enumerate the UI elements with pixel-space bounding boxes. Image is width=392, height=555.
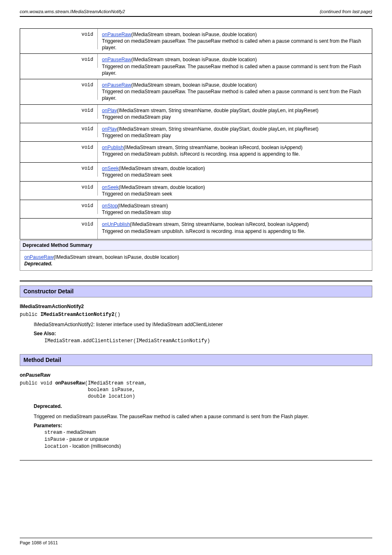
constructor-block: IMediaStreamActionNotify2 public IMediaS… — [20, 303, 372, 344]
method-sig: (IMediaStream stream, boolean isPause, d… — [131, 57, 257, 62]
return-type-cell: void — [20, 104, 98, 123]
method-link[interactable]: onStop — [102, 203, 118, 209]
deprecated-summary-title: Deprecated Method Summary — [23, 242, 92, 248]
method-desc: Triggered on mediaStream seek — [102, 172, 172, 178]
method-link[interactable]: onPauseRaw — [102, 32, 131, 37]
method-cell: onPauseRaw(IMediaStream stream, boolean … — [98, 28, 372, 54]
method-desc: Triggered on mediaStream unpublish. isRe… — [102, 228, 305, 234]
method-link[interactable]: onPublish — [102, 145, 124, 150]
method-desc: Triggered on mediaStream play — [102, 114, 171, 120]
method-desc: Triggered on mediaStream seek — [102, 191, 172, 197]
method-link[interactable]: onSeek — [102, 166, 119, 171]
return-type-cell: void — [20, 54, 98, 79]
method-desc: Triggered on mediaStream stop — [102, 210, 171, 215]
method-cell: onPlay(IMediaStream stream, String strea… — [98, 123, 372, 141]
return-type-cell: void — [20, 219, 98, 240]
method-divider — [20, 460, 372, 461]
method-name: onPauseRaw — [20, 372, 372, 378]
parameter-desc: - location (milliseconds) — [68, 443, 121, 449]
method-summary-table: voidonPauseRaw(IMediaStream stream, bool… — [20, 28, 372, 240]
parameter-item: location - location (milliseconds) — [44, 443, 372, 450]
return-type-cell: void — [20, 142, 98, 163]
return-type-cell: void — [20, 181, 98, 200]
parameter-item: stream - mediaStream — [44, 429, 372, 436]
method-cell: onStop(IMediaStream stream)Triggered on … — [98, 200, 372, 219]
method-cell: onUnPublish(IMediaStream stream, String … — [98, 219, 372, 240]
method-sig: (IMediaStream stream, String streamName,… — [117, 108, 318, 113]
see-also-label: See Also: — [34, 330, 372, 337]
table-row: voidonPauseRaw(IMediaStream stream, bool… — [20, 79, 372, 104]
method-sig: (IMediaStream stream) — [118, 203, 168, 209]
method-link[interactable]: onPauseRaw — [102, 82, 131, 88]
footer-page-number: Page 1088 of 1611 — [20, 540, 58, 546]
method-cell: onSeek(IMediaStream stream, double locat… — [98, 163, 372, 181]
deprecated-method-link[interactable]: onPauseRaw — [24, 254, 53, 260]
page-footer: Page 1088 of 1611 — [20, 538, 372, 546]
method-desc: Triggered on mediaStream publish. isReco… — [102, 151, 300, 157]
method-sig: (IMediaStream stream, double location) — [119, 184, 205, 190]
method-detail-block: onPauseRaw public void onPauseRaw(IMedia… — [20, 372, 372, 450]
table-row: voidonPauseRaw(IMediaStream stream, bool… — [20, 54, 372, 79]
method-deprecated-note: Deprecated. — [34, 403, 372, 410]
method-sig: (IMediaStream stream, boolean isPause, d… — [131, 82, 257, 88]
return-type-cell: void — [20, 200, 98, 219]
constructor-detail-heading: Constructor Detail — [20, 286, 372, 297]
return-type-cell: void — [20, 123, 98, 141]
parameters-label: Parameters: — [34, 422, 372, 429]
table-row: voidonPlay(IMediaStream stream, String s… — [20, 123, 372, 141]
deprecated-summary-row: onPauseRaw(IMediaStream stream, boolean … — [20, 251, 372, 271]
return-type-cell: void — [20, 28, 98, 54]
method-description: Triggered on mediaStream pauseRaw. The p… — [34, 413, 372, 420]
page-header: com.wowza.wms.stream.IMediaStreamActionN… — [20, 9, 372, 17]
method-sig: (IMediaStream stream, String streamName,… — [117, 126, 318, 132]
method-cell: onPauseRaw(IMediaStream stream, boolean … — [98, 79, 372, 104]
method-detail-heading: Method Detail — [20, 354, 372, 366]
parameter-item: isPause - pause or unpause — [44, 436, 372, 443]
table-row: voidonStop(IMediaStream stream)Triggered… — [20, 200, 372, 219]
method-desc: Triggered on mediaStream pauseRaw. The p… — [102, 64, 361, 76]
method-desc: Triggered on mediaStream play — [102, 133, 171, 138]
method-link[interactable]: onUnPublish — [102, 221, 130, 227]
method-cell: onPublish(IMediaStream stream, String st… — [98, 142, 372, 163]
method-sig: (IMediaStream stream, String streamName,… — [130, 221, 309, 227]
table-row: voidonPlay(IMediaStream stream, String s… — [20, 104, 372, 123]
method-sig: (IMediaStream stream, boolean isPause, d… — [131, 32, 257, 37]
method-sig: (IMediaStream stream, String streamName,… — [124, 145, 303, 150]
table-row: voidonUnPublish(IMediaStream stream, Str… — [20, 219, 372, 240]
return-type-cell: void — [20, 79, 98, 104]
method-sig: (IMediaStream stream, double location) — [119, 166, 205, 171]
method-link[interactable]: onPlay — [102, 108, 117, 113]
deprecated-method-sig: (IMediaStream stream, boolean isPause, d… — [53, 254, 179, 260]
parameter-name: location — [44, 444, 68, 449]
parameter-name: stream — [44, 430, 62, 435]
table-row: voidonPauseRaw(IMediaStream stream, bool… — [20, 28, 372, 54]
parameter-name: isPause — [44, 437, 65, 442]
method-desc: Triggered on mediaStream pauseRaw. The p… — [102, 38, 361, 51]
method-signature: public void onPauseRaw(IMediaStream stre… — [20, 380, 372, 400]
deprecated-note: Deprecated. — [24, 261, 53, 267]
table-row: voidonSeek(IMediaStream stream, double l… — [20, 181, 372, 200]
method-cell: onPauseRaw(IMediaStream stream, boolean … — [98, 54, 372, 79]
table-row: voidonSeek(IMediaStream stream, double l… — [20, 163, 372, 181]
constructor-signature: public IMediaStreamActionNotify2() — [20, 311, 372, 318]
parameter-desc: - pause or unpause — [65, 436, 109, 442]
method-desc: Triggered on mediaStream pauseRaw. The p… — [102, 89, 361, 101]
method-link[interactable]: onSeek — [102, 184, 119, 190]
constructor-name: IMediaStreamActionNotify2 — [20, 303, 372, 310]
deprecated-summary-heading: Deprecated Method Summary — [20, 240, 372, 250]
method-link[interactable]: onPlay — [102, 126, 117, 132]
return-type-cell: void — [20, 163, 98, 181]
see-also-link: IMediaStream.addClientListener(IMediaStr… — [44, 337, 372, 344]
method-cell: onSeek(IMediaStream stream, double locat… — [98, 181, 372, 200]
table-row: voidonPublish(IMediaStream stream, Strin… — [20, 142, 372, 163]
header-class-path: com.wowza.wms.stream.IMediaStreamActionN… — [20, 9, 125, 15]
section-divider — [20, 281, 372, 281]
constructor-desc: IMediaStreamActionNotify2: listener inte… — [34, 321, 372, 328]
method-cell: onPlay(IMediaStream stream, String strea… — [98, 104, 372, 123]
parameter-desc: - mediaStream — [62, 429, 96, 435]
header-continued: (continued from last page) — [320, 9, 372, 15]
method-link[interactable]: onPauseRaw — [102, 57, 131, 62]
